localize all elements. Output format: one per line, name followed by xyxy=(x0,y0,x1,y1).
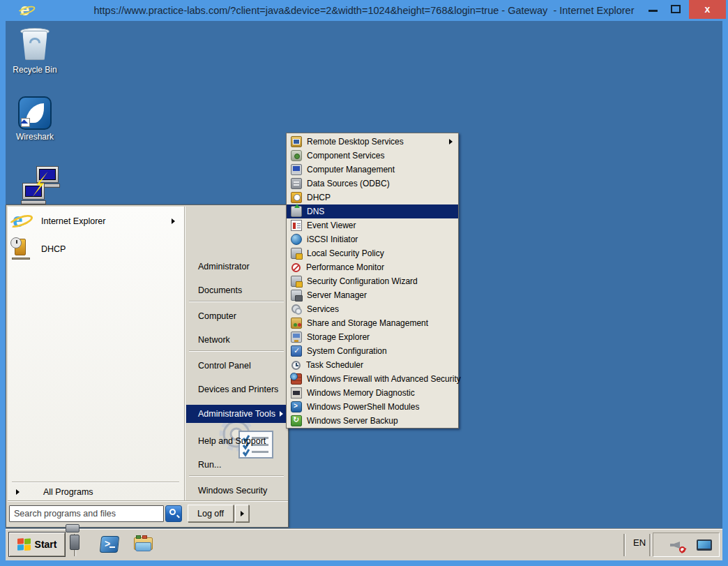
menu-item-local-security-policy[interactable]: Local Security Policy xyxy=(287,246,458,260)
menu-item-component-services[interactable]: Component Services xyxy=(287,149,458,163)
menu-item-label: Windows Memory Diagnostic xyxy=(307,388,415,398)
server-manager-icon xyxy=(291,290,302,301)
desktop-icon-recycle-bin[interactable]: Recycle Bin xyxy=(8,27,61,75)
start-menu-item-administrator[interactable]: Administrator xyxy=(185,259,287,274)
menu-item-storage-explorer[interactable]: Storage Explorer xyxy=(287,330,458,344)
menu-item-windows-powershell-modules[interactable]: Windows PowerShell Modules xyxy=(287,400,458,414)
start-menu-item-label: Administrative Tools xyxy=(198,409,275,419)
desktop-icon-linked-computers[interactable] xyxy=(15,165,68,204)
internet-explorer-icon: e xyxy=(9,209,33,233)
taskbar-app-server-manager[interactable] xyxy=(64,534,86,556)
divider xyxy=(189,475,284,476)
menu-item-label: Computer Management xyxy=(307,165,395,174)
menu-item-windows-server-backup[interactable]: Windows Server Backup xyxy=(287,414,458,428)
start-menu-item-run[interactable]: Run... xyxy=(185,457,287,472)
menu-item-server-manager[interactable]: Server Manager xyxy=(287,288,458,302)
share-and-storage-management-icon xyxy=(291,318,302,329)
menu-item-label: Windows PowerShell Modules xyxy=(307,402,419,412)
menu-item-remote-desktop-services[interactable]: Remote Desktop Services xyxy=(287,135,458,149)
all-programs-item[interactable]: All Programs xyxy=(9,484,182,500)
search-button[interactable] xyxy=(165,505,182,522)
search-input[interactable] xyxy=(9,505,164,522)
menu-item-computer-management[interactable]: Computer Management xyxy=(287,163,458,177)
menu-item-label: Performance Monitor xyxy=(306,262,384,272)
volume-muted-icon[interactable] xyxy=(670,539,684,551)
internet-explorer-icon: e xyxy=(18,2,35,19)
menu-item-label: Local Security Policy xyxy=(307,248,384,258)
start-menu-item-internet-explorer[interactable]: e Internet Explorer xyxy=(9,209,182,233)
menu-item-label: Windows Firewall with Advanced Security xyxy=(307,374,461,384)
divider xyxy=(189,301,284,301)
minimize-button[interactable] xyxy=(649,10,658,12)
task-scheduler-icon xyxy=(291,361,301,370)
menu-item-event-viewer[interactable]: Event Viewer xyxy=(287,218,458,232)
remote-desktop-services-icon xyxy=(291,136,302,147)
divider xyxy=(12,482,179,482)
menu-item-label: Services xyxy=(307,304,339,314)
start-menu-item-help-and-support[interactable]: Help and Support xyxy=(185,433,287,449)
menu-item-windows-memory-diagnostic[interactable]: Windows Memory Diagnostic xyxy=(287,386,458,400)
menu-item-label: Security Configuration Wizard xyxy=(307,276,418,286)
administrative-tools-submenu: Remote Desktop Services Component Servic… xyxy=(286,133,459,429)
log-off-button[interactable]: Log off xyxy=(188,505,234,522)
expand-arrow-icon xyxy=(16,489,20,495)
component-services-icon xyxy=(291,150,302,161)
taskbar-app-powershell[interactable]: > xyxy=(99,534,121,556)
search-row xyxy=(9,505,182,522)
desktop-icon-wireshark[interactable]: Wireshark xyxy=(8,96,61,142)
taskbar-app-file-explorer[interactable] xyxy=(132,534,155,556)
log-off-controls: Log off xyxy=(188,505,249,522)
start-menu-item-dhcp[interactable]: DHCP xyxy=(9,237,182,261)
shortcut-arrow-icon xyxy=(21,118,30,127)
menu-item-system-configuration[interactable]: System Configuration xyxy=(287,344,458,358)
start-menu-item-administrative-tools[interactable]: Administrative Tools xyxy=(186,405,289,423)
windows-memory-diagnostic-icon xyxy=(291,387,302,399)
window-border xyxy=(0,560,728,566)
menu-item-label: iSCSI Initiator xyxy=(307,234,358,244)
local-security-policy-icon xyxy=(291,248,302,259)
divider xyxy=(649,534,651,556)
menu-item-label: Remote Desktop Services xyxy=(307,137,404,147)
window-title: https://www.practice-labs.com/?client=ja… xyxy=(0,0,728,21)
start-menu-item-network[interactable]: Network xyxy=(185,332,287,348)
network-display-icon[interactable] xyxy=(697,539,712,551)
windows-powershell-modules-icon xyxy=(291,401,302,412)
start-menu-item-documents[interactable]: Documents xyxy=(185,283,287,298)
menu-item-security-configuration-wizard[interactable]: Security Configuration Wizard xyxy=(287,274,458,288)
system-tray xyxy=(653,533,720,557)
divider xyxy=(623,534,625,556)
menu-item-label: Component Services xyxy=(307,151,384,161)
submenu-arrow-icon xyxy=(449,139,453,144)
menu-item-dhcp[interactable]: DHCP xyxy=(287,191,458,204)
menu-item-windows-firewall-with-advanced-security[interactable]: Windows Firewall with Advanced Security xyxy=(287,372,458,386)
start-button-label: Start xyxy=(35,539,57,550)
menu-item-label: Windows Server Backup xyxy=(307,416,398,426)
menu-item-label: Data Sources (ODBC) xyxy=(307,179,390,188)
menu-item-label: Server Manager xyxy=(307,290,367,300)
menu-item-dns[interactable]: DNS xyxy=(287,204,458,218)
close-button[interactable]: x xyxy=(689,0,726,19)
dhcp-icon xyxy=(9,237,33,261)
taskbar: Start > EN xyxy=(6,529,722,560)
language-indicator[interactable]: EN xyxy=(633,537,646,548)
menu-item-label: Event Viewer xyxy=(307,221,356,230)
menu-item-data-sources-odbc[interactable]: Data Sources (ODBC) xyxy=(287,177,458,191)
title-bar: https://www.practice-labs.com/?client=ja… xyxy=(0,0,728,21)
menu-item-performance-monitor[interactable]: Performance Monitor xyxy=(287,260,458,274)
menu-item-task-scheduler[interactable]: Task Scheduler xyxy=(287,358,458,372)
windows-server-backup-icon xyxy=(291,415,302,426)
start-button[interactable]: Start xyxy=(8,532,66,557)
maximize-button[interactable] xyxy=(671,5,681,13)
menu-item-label: Storage Explorer xyxy=(307,332,370,342)
menu-item-services[interactable]: Services xyxy=(287,302,458,316)
start-menu-item-devices-and-printers[interactable]: Devices and Printers xyxy=(185,382,287,397)
wireshark-icon xyxy=(18,96,52,130)
menu-item-share-and-storage-management[interactable]: Share and Storage Management xyxy=(287,316,458,330)
start-menu-item-control-panel[interactable]: Control Panel xyxy=(185,358,287,373)
computer-management-icon xyxy=(291,164,302,175)
log-off-options-button[interactable] xyxy=(235,505,249,522)
menu-item-iscsi-initiator[interactable]: iSCSI Initiator xyxy=(287,232,458,246)
start-menu-item-computer[interactable]: Computer xyxy=(185,308,287,324)
start-menu-item-windows-security[interactable]: Windows Security xyxy=(185,483,287,498)
linked-computers-icon xyxy=(21,165,63,204)
